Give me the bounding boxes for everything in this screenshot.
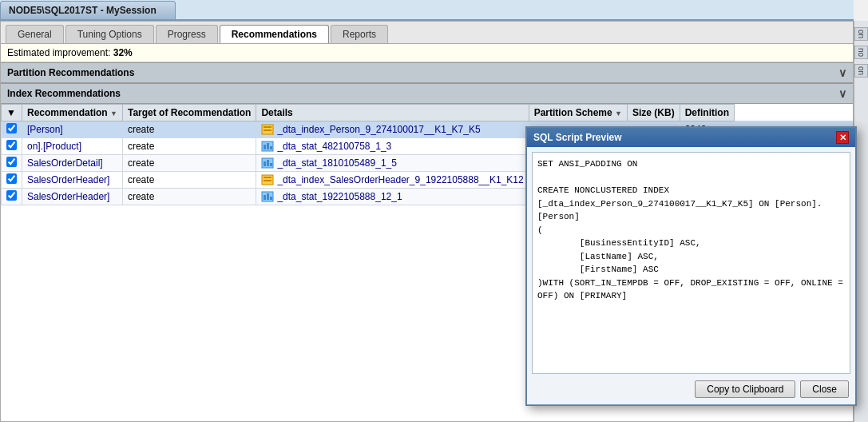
cell-action: create <box>122 155 256 172</box>
svg-rect-10 <box>270 163 272 166</box>
row-checkbox[interactable] <box>6 157 17 167</box>
cell-entity: [Person] <box>22 121 123 138</box>
right-label-1[interactable]: on <box>854 27 868 41</box>
improvement-label: Estimated improvement: <box>7 47 110 58</box>
partition-chevron: ∨ <box>838 66 846 79</box>
svg-rect-15 <box>264 195 266 200</box>
svg-rect-4 <box>264 145 266 149</box>
svg-rect-6 <box>270 146 272 149</box>
stat-icon-2 <box>261 157 274 169</box>
popup-title-bar: SQL Script Preview ✕ <box>527 128 855 147</box>
right-label-3[interactable]: on <box>854 64 868 78</box>
svg-rect-16 <box>267 193 269 200</box>
cell-target: _dta_index_Person_9_274100017__K1_K7_K5 <box>256 121 529 138</box>
row-checkbox[interactable] <box>6 140 17 150</box>
index-label: Index Recommendations <box>7 88 121 99</box>
cell-entity: SalesOrderHeader] <box>22 172 123 189</box>
cell-checkbox[interactable] <box>2 121 22 138</box>
tabs-bar: General Tuning Options Progress Recommen… <box>1 22 853 44</box>
popup-footer: Copy to Clipboard Close <box>527 377 855 404</box>
cell-entity: on].[Product] <box>22 138 123 155</box>
popup-code-area[interactable]: SET ANSI_PADDING ON CREATE NONCLUSTERED … <box>532 152 850 374</box>
svg-rect-9 <box>267 160 269 166</box>
cell-target: _dta_stat_482100758_1_3 <box>256 138 529 155</box>
cell-action: create <box>122 189 256 205</box>
tab-tuning[interactable]: Tuning Options <box>65 25 154 43</box>
index-section-header[interactable]: Index Recommendations ∨ <box>1 83 853 104</box>
partition-label: Partition Recommendations <box>7 67 134 78</box>
cell-checkbox[interactable] <box>2 155 22 172</box>
stat-icon <box>261 141 274 152</box>
svg-rect-13 <box>264 180 271 181</box>
title-bar-row: NODE5\SQL2017ST - MySession <box>0 0 854 21</box>
cell-entity: SalesOrderDetail] <box>22 155 123 172</box>
svg-rect-12 <box>264 177 271 178</box>
col-target[interactable]: Target of Recommendation <box>122 105 256 121</box>
row-checkbox[interactable] <box>6 123 17 133</box>
row-checkbox[interactable] <box>6 173 17 184</box>
index-chevron: ∨ <box>838 87 846 100</box>
col-checkbox[interactable]: ▼ <box>2 105 22 121</box>
tab-progress[interactable]: Progress <box>156 25 218 43</box>
col-partition[interactable]: Partition Scheme ▼ <box>529 105 627 121</box>
cell-entity: SalesOrderHeader] <box>22 189 123 205</box>
copy-to-clipboard-button[interactable]: Copy to Clipboard <box>695 380 795 398</box>
tab-reports[interactable]: Reports <box>331 25 388 43</box>
cell-action: create <box>122 121 256 138</box>
cell-checkbox[interactable] <box>2 138 22 155</box>
window-title[interactable]: NODE5\SQL2017ST - MySession <box>0 1 176 19</box>
cell-checkbox[interactable] <box>2 189 22 205</box>
stat-icon-3 <box>261 191 274 202</box>
sql-preview-popup: SQL Script Preview ✕ SET ANSI_PADDING ON… <box>525 126 857 406</box>
improvement-value: 32% <box>113 47 133 58</box>
col-size[interactable]: Size (KB) <box>627 105 680 121</box>
col-recommendation[interactable]: Recommendation ▼ <box>22 105 123 121</box>
col-definition[interactable]: Definition <box>680 105 734 121</box>
cell-action: create <box>122 172 256 189</box>
row-checkbox[interactable] <box>6 190 17 201</box>
cell-target: _dta_index_SalesOrderHeader_9_1922105888… <box>256 172 529 189</box>
close-button[interactable]: Close <box>800 380 849 398</box>
sort-arrow-recommendation: ▼ <box>110 109 117 117</box>
right-label-2[interactable]: no <box>854 46 868 59</box>
partition-section-header[interactable]: Partition Recommendations ∨ <box>1 62 853 83</box>
svg-rect-2 <box>264 129 271 131</box>
svg-rect-5 <box>267 143 269 149</box>
svg-rect-8 <box>264 161 266 166</box>
svg-rect-17 <box>270 197 272 200</box>
cell-action: create <box>122 138 256 155</box>
popup-close-x-button[interactable]: ✕ <box>836 131 849 144</box>
improvement-bar: Estimated improvement: 32% <box>1 44 853 62</box>
svg-rect-1 <box>264 126 271 128</box>
cell-target: _dta_stat_1810105489_1_5 <box>256 155 529 172</box>
index-icon <box>261 124 274 135</box>
index-icon-2 <box>261 174 274 185</box>
table-header-row: ▼ Recommendation ▼ Target of Recommendat… <box>2 105 854 121</box>
cell-target: _dta_stat_1922105888_12_1 <box>256 189 529 205</box>
sort-arrow-partition: ▼ <box>615 109 622 117</box>
popup-title: SQL Script Preview <box>533 132 622 143</box>
tab-recommendations[interactable]: Recommendations <box>220 25 329 43</box>
tab-general[interactable]: General <box>6 25 64 43</box>
cell-checkbox[interactable] <box>2 172 22 189</box>
col-details[interactable]: Details <box>256 105 529 121</box>
